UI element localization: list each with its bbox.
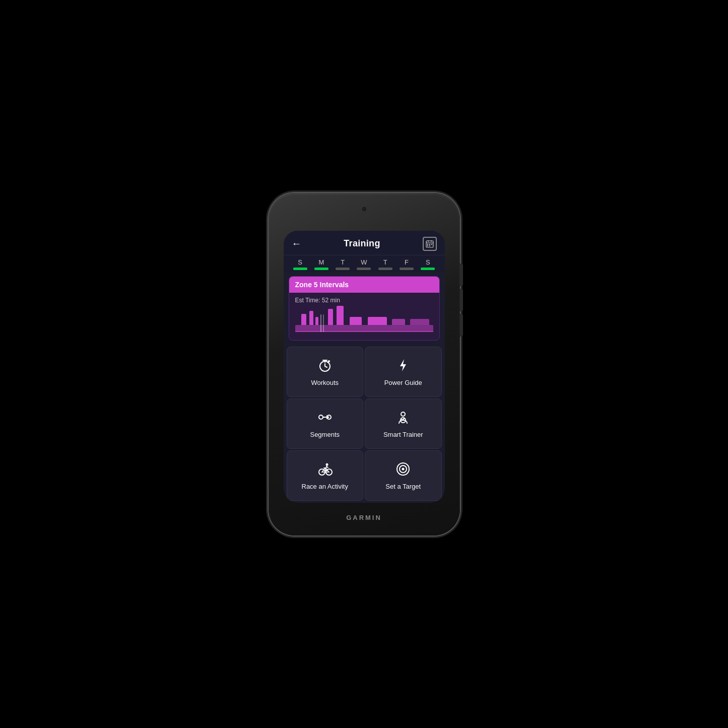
est-time: Est Time: 52 min (295, 297, 433, 304)
day-saturday[interactable]: S (421, 258, 435, 270)
menu-item-race-activity[interactable]: Race an Activity (287, 450, 364, 501)
brand-label: GARMIN (346, 514, 382, 521)
day-bar-wed (357, 268, 371, 270)
menu-item-power-guide[interactable]: Power Guide (365, 347, 442, 397)
screen-bezel: ← Training (284, 231, 445, 503)
menu-item-workouts[interactable]: Workouts (287, 347, 364, 397)
day-bar-tue (336, 268, 350, 270)
chart-bar-8 (392, 319, 405, 325)
day-label-fri: F (405, 258, 409, 266)
day-bar-thu (378, 268, 392, 270)
day-bar-sun (293, 268, 307, 270)
day-bar-mon (314, 268, 328, 270)
timer-icon (317, 357, 333, 376)
svg-point-16 (401, 412, 405, 416)
svg-point-12 (319, 415, 323, 419)
day-label-tue: T (341, 258, 345, 266)
day-label-sat: S (426, 258, 430, 266)
day-sunday[interactable]: S (293, 258, 307, 270)
svg-rect-6 (431, 244, 432, 245)
day-wednesday[interactable]: W (357, 258, 371, 270)
chart-bar-6 (350, 317, 362, 325)
workout-card-body: Est Time: 52 min (289, 293, 439, 340)
menu-grid: Workouts Power Guide (284, 345, 445, 503)
chart-marker-1 (320, 314, 321, 332)
race-activity-label: Race an Activity (302, 483, 349, 490)
day-bar-sat (421, 268, 435, 270)
svg-rect-4 (427, 244, 428, 245)
workout-card-header: Zone 5 Intervals (289, 277, 439, 293)
menu-item-set-target[interactable]: Set a Target (365, 450, 442, 501)
chart-base (295, 325, 433, 332)
chart-bar-7 (368, 317, 387, 325)
chart-bar-5 (337, 306, 344, 325)
day-label-thu: T (383, 258, 387, 266)
calendar-button[interactable] (423, 237, 437, 251)
screen-title: Training (344, 238, 380, 249)
device: ← Training (269, 193, 460, 536)
workouts-label: Workouts (311, 379, 339, 386)
day-tuesday[interactable]: T (336, 258, 350, 270)
chart-bar-4 (328, 309, 333, 325)
set-target-label: Set a Target (385, 483, 421, 490)
day-label-mon: M (319, 258, 324, 266)
day-friday[interactable]: F (400, 258, 414, 270)
segments-label: Segments (310, 431, 340, 438)
svg-rect-5 (429, 244, 430, 245)
day-selector: S M T W T (284, 255, 445, 272)
lightning-icon (395, 357, 411, 376)
camera-dot (362, 207, 366, 211)
screen: ← Training (284, 231, 445, 503)
svg-marker-11 (400, 359, 406, 371)
chart-bar-2 (309, 311, 313, 325)
svg-rect-8 (429, 245, 430, 246)
workout-chart (295, 307, 433, 337)
segments-icon (317, 409, 333, 428)
target-icon (395, 461, 411, 480)
day-bar-fri (400, 268, 414, 270)
chart-bar-9 (410, 319, 429, 325)
svg-rect-7 (427, 245, 428, 246)
chart-marker-2 (323, 314, 324, 332)
header: ← Training (284, 231, 445, 255)
svg-point-23 (402, 468, 405, 470)
day-monday[interactable]: M (314, 258, 328, 270)
chart-bar-1 (301, 314, 306, 325)
menu-item-segments[interactable]: Segments (287, 399, 364, 449)
day-label-wed: W (361, 258, 367, 266)
chart-bar-3 (315, 317, 318, 325)
trainer-icon (395, 409, 411, 428)
cycling-icon (317, 461, 333, 480)
day-label-sun: S (298, 258, 302, 266)
menu-item-smart-trainer[interactable]: Smart Trainer (365, 399, 442, 449)
workout-name: Zone 5 Intervals (295, 281, 349, 289)
power-guide-label: Power Guide (384, 379, 422, 386)
day-thursday[interactable]: T (378, 258, 392, 270)
workout-card[interactable]: Zone 5 Intervals Est Time: 52 min (289, 276, 440, 341)
smart-trainer-label: Smart Trainer (383, 431, 423, 438)
back-button[interactable]: ← (292, 238, 302, 249)
